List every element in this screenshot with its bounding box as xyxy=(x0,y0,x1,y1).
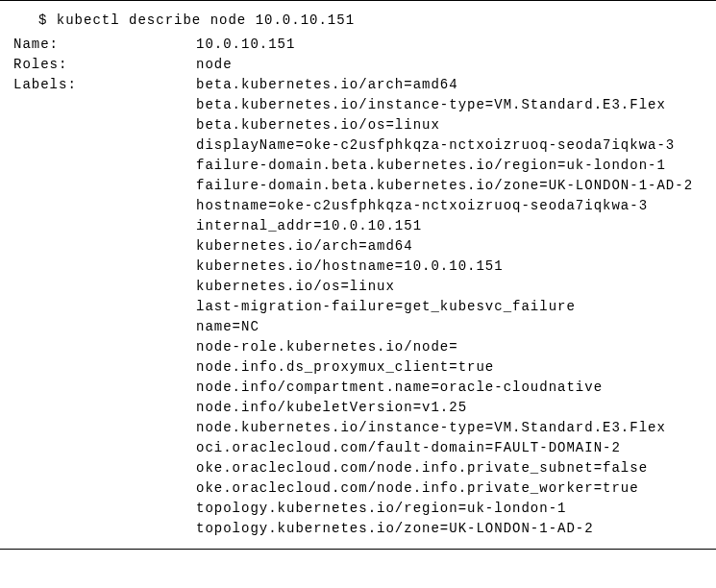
labels-label: Labels: xyxy=(13,75,196,539)
labels-values: beta.kubernetes.io/arch=amd64 beta.kuber… xyxy=(196,75,703,539)
label-line: beta.kubernetes.io/os=linux xyxy=(196,115,703,135)
label-line: node.info.ds_proxymux_client=true xyxy=(196,357,703,378)
label-line: kubernetes.io/os=linux xyxy=(196,277,703,297)
label-line: kubernetes.io/arch=amd64 xyxy=(196,236,703,257)
label-line: topology.kubernetes.io/zone=UK-LONDON-1-… xyxy=(196,519,703,539)
label-line: internal_addr=10.0.10.151 xyxy=(196,216,703,236)
label-line: hostname=oke-c2usfphkqza-nctxoizruoq-seo… xyxy=(196,196,703,216)
name-row: Name: 10.0.10.151 xyxy=(13,35,703,55)
name-label: Name: xyxy=(13,35,196,55)
label-line: node-role.kubernetes.io/node= xyxy=(196,337,703,357)
label-line: displayName=oke-c2usfphkqza-nctxoizruoq-… xyxy=(196,135,703,156)
label-line: kubernetes.io/hostname=10.0.10.151 xyxy=(196,257,703,277)
label-line: oke.oraclecloud.com/node.info.private_wo… xyxy=(196,478,703,499)
label-line: beta.kubernetes.io/instance-type=VM.Stan… xyxy=(196,95,703,115)
name-value: 10.0.10.151 xyxy=(196,35,703,55)
command-text: kubectl describe node 10.0.10.151 xyxy=(57,12,355,28)
labels-row: Labels: beta.kubernetes.io/arch=amd64 be… xyxy=(13,75,703,539)
label-line: topology.kubernetes.io/region=uk-london-… xyxy=(196,499,703,519)
command-line: $ kubectl describe node 10.0.10.151 xyxy=(13,11,703,31)
terminal-output: $ kubectl describe node 10.0.10.151 Name… xyxy=(0,0,716,550)
prompt-symbol: $ xyxy=(38,12,47,28)
label-line: node.info/kubeletVersion=v1.25 xyxy=(196,398,703,418)
label-line: name=NC xyxy=(196,317,703,337)
label-line: oke.oraclecloud.com/node.info.private_su… xyxy=(196,458,703,478)
label-line: failure-domain.beta.kubernetes.io/region… xyxy=(196,156,703,176)
label-line: oci.oraclecloud.com/fault-domain=FAULT-D… xyxy=(196,438,703,458)
label-line: beta.kubernetes.io/arch=amd64 xyxy=(196,75,703,95)
roles-row: Roles: node xyxy=(13,55,703,75)
label-line: failure-domain.beta.kubernetes.io/zone=U… xyxy=(196,176,703,196)
label-line: last-migration-failure=get_kubesvc_failu… xyxy=(196,297,703,317)
roles-label: Roles: xyxy=(13,55,196,75)
label-line: node.info/compartment.name=oracle-cloudn… xyxy=(196,378,703,398)
roles-value: node xyxy=(196,55,703,75)
label-line: node.kubernetes.io/instance-type=VM.Stan… xyxy=(196,418,703,438)
